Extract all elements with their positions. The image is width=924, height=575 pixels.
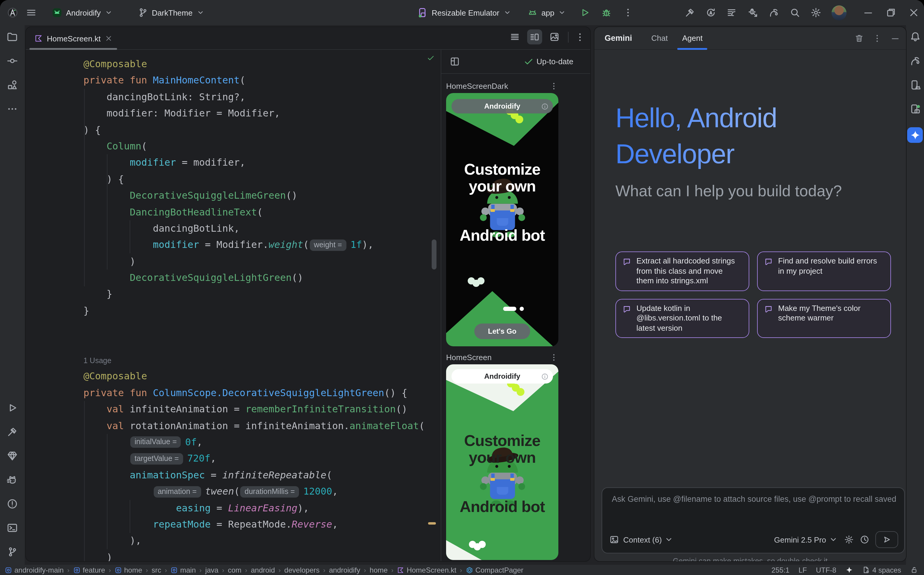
preview-phone-homescreen[interactable]: Androidify Customize your own <box>446 364 558 560</box>
minimize-icon[interactable] <box>863 7 873 18</box>
breadcrumb-item[interactable]: android <box>251 566 275 574</box>
code-line: ), <box>26 533 441 549</box>
view-code-button[interactable] <box>507 29 522 44</box>
file-encoding[interactable]: UTF-8 <box>816 566 837 574</box>
view-split-button[interactable] <box>527 29 542 44</box>
run-icon[interactable] <box>6 402 18 413</box>
send-button[interactable] <box>875 531 898 548</box>
lets-go-button[interactable]: Let's Go <box>474 324 530 339</box>
maximize-icon[interactable] <box>886 7 896 18</box>
device-name: Resizable Emulator <box>432 8 499 17</box>
resource-manager-icon[interactable] <box>6 79 18 91</box>
code-editor[interactable]: @Composableprivate fun MainHomeContent( … <box>26 50 441 561</box>
code-line: ) <box>26 253 441 270</box>
main-menu-icon[interactable] <box>26 7 37 18</box>
logcat-icon[interactable] <box>6 474 18 486</box>
run-play-icon[interactable] <box>580 7 590 18</box>
app-insights-icon[interactable] <box>6 450 18 462</box>
breadcrumb-item[interactable]: feature <box>73 566 105 574</box>
ai-spark-icon[interactable] <box>845 566 853 574</box>
lock-open-icon[interactable] <box>910 566 918 574</box>
editor-scrollbar[interactable] <box>432 240 436 270</box>
problems-icon[interactable] <box>6 498 18 510</box>
suggestion-card[interactable]: Extract all hardcoded strings from this … <box>615 251 749 291</box>
caret-position[interactable]: 255:1 <box>771 566 789 574</box>
right-tool-strip <box>906 25 924 565</box>
breadcrumb-item[interactable]: src <box>152 566 161 574</box>
debug-bug-icon[interactable] <box>601 7 612 18</box>
breadcrumb-item[interactable]: home <box>369 566 388 574</box>
history-icon[interactable] <box>860 535 869 545</box>
breadcrumb-item[interactable]: androidify <box>329 566 360 574</box>
info-icon[interactable] <box>541 102 549 110</box>
commit-icon[interactable] <box>6 55 18 67</box>
attach-image-icon[interactable] <box>609 535 619 545</box>
indent-setting[interactable]: 4 spaces <box>862 566 901 574</box>
device-selector[interactable]: Resizable Emulator <box>417 7 511 18</box>
breadcrumb-item[interactable]: HomeScreen.kt <box>397 566 456 574</box>
build-hammer-icon[interactable] <box>6 426 18 438</box>
delete-conversation-icon[interactable] <box>854 33 864 43</box>
code-line: animation =tween(durationMillis =12000, <box>26 483 441 500</box>
gradle-sync-icon[interactable] <box>768 7 779 18</box>
project-selector[interactable]: Androidify <box>52 7 113 18</box>
branch-selector[interactable]: DarkTheme <box>137 7 205 18</box>
project-name: Androidify <box>66 8 101 17</box>
terminal-icon[interactable] <box>6 522 18 534</box>
suggestion-card[interactable]: Make my Theme's color scheme warmer <box>757 299 891 338</box>
settings-icon[interactable] <box>811 7 821 18</box>
close-icon[interactable] <box>908 7 919 18</box>
compose-icon <box>466 566 473 573</box>
suggestion-card[interactable]: Find and resolve build errors in my proj… <box>757 251 891 291</box>
line-ending[interactable]: LF <box>798 566 807 574</box>
build-hammer-icon[interactable] <box>684 7 695 18</box>
tab-agent[interactable]: Agent <box>675 27 710 49</box>
tab-chat[interactable]: Chat <box>644 27 675 49</box>
version-control-icon[interactable] <box>6 546 18 558</box>
breadcrumb-item[interactable]: main <box>170 566 196 574</box>
attach-debugger-icon[interactable] <box>747 7 758 18</box>
model-selector[interactable]: Gemini 2.5 Pro <box>774 535 826 544</box>
right-tool-strip-icons <box>906 25 924 143</box>
breadcrumb-item[interactable]: androidify-main <box>5 566 64 574</box>
gradle-sync-icon[interactable] <box>909 55 921 67</box>
kebab-icon[interactable] <box>623 7 634 18</box>
gemini-settings-icon[interactable] <box>844 535 854 545</box>
hide-panel-icon[interactable] <box>891 33 900 43</box>
inspections-ok-icon[interactable] <box>427 53 435 64</box>
preview-kebab-icon[interactable] <box>549 353 558 362</box>
gemini-spark-icon[interactable] <box>907 127 923 143</box>
info-icon[interactable] <box>541 372 549 380</box>
breadcrumb-item[interactable]: developers <box>284 566 320 574</box>
sync-project-icon[interactable] <box>705 7 716 18</box>
breadcrumb-item[interactable]: CompactPager <box>466 566 523 574</box>
preview-phone-homescreendark[interactable]: Androidify Customize your own <box>446 93 558 346</box>
suggestion-card[interactable]: Update kotlin in @libs.version.toml to t… <box>615 299 749 338</box>
preview-kebab-icon[interactable] <box>549 81 558 91</box>
view-design-button[interactable] <box>547 29 562 44</box>
breadcrumb-item[interactable]: home <box>115 566 142 574</box>
editor-options-kebab-icon[interactable] <box>574 32 585 42</box>
breadcrumb-separator: › <box>199 566 202 573</box>
search-icon[interactable] <box>789 7 800 18</box>
device-manager-icon[interactable] <box>909 79 921 91</box>
preview-layout-icon[interactable] <box>450 56 460 67</box>
notifications-icon[interactable] <box>909 31 921 43</box>
preview-list: HomeScreenDark <box>446 74 590 561</box>
context-selector[interactable]: Context (6) <box>623 535 662 544</box>
close-tab-icon[interactable] <box>105 35 112 42</box>
gemini-options-kebab-icon[interactable] <box>872 33 882 43</box>
profiler-icon[interactable] <box>727 7 737 18</box>
suggestion-text: Update kotlin in @libs.version.toml to t… <box>636 303 722 332</box>
tab-homescreen-kt[interactable]: HomeScreen.kt <box>28 27 118 50</box>
running-devices-icon[interactable] <box>909 103 921 114</box>
avatar-icon[interactable] <box>832 5 846 20</box>
breadcrumb-item[interactable]: java <box>205 566 219 574</box>
project-folder-icon[interactable] <box>6 31 18 43</box>
more-tools-icon[interactable] <box>6 103 18 114</box>
breadcrumb-item[interactable]: com <box>228 566 241 574</box>
run-config-selector[interactable]: app <box>527 7 566 18</box>
code-line: val infiniteAnimation = rememberInfinite… <box>26 401 441 418</box>
phone-app-bar: Androidify <box>452 99 553 113</box>
gemini-query-input[interactable] <box>611 494 897 504</box>
